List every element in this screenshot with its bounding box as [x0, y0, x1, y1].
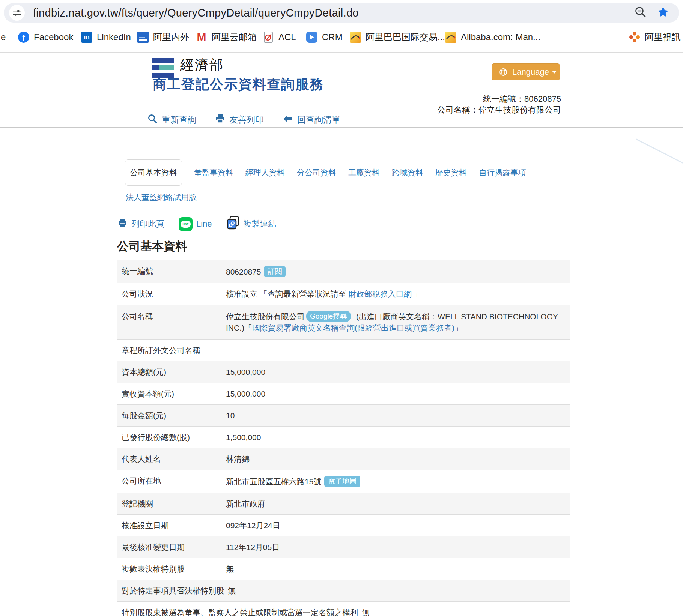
tab-factories[interactable]: 工廠資料 [348, 167, 380, 178]
row-label: 對於特定事項具否決權特別股 [122, 586, 228, 596]
row-label: 公司狀況 [122, 289, 226, 299]
detail-tabs: 公司基本資料 董監事資料 經理人資料 分公司資料 工廠資料 跨域資料 歷史資料 … [125, 159, 526, 186]
bookmark-ali-video[interactable]: 阿里視訊 [629, 25, 681, 50]
subscribe-badge[interactable]: 訂閱 [264, 266, 286, 277]
bookmark-label: Alibaba.com: Man... [461, 32, 540, 42]
requery-link[interactable]: 重新查詢 [147, 114, 196, 126]
linkedin-icon: in [81, 32, 92, 43]
bookmark-ali-neiwai[interactable]: 阿里内外 [137, 25, 189, 50]
table-row: 公司名稱 偉立生技股份有限公司Google搜尋 (出進口廠商英文名稱：WELL … [117, 305, 570, 340]
tax-portal-link[interactable]: 財政部稅務入口網 [349, 290, 412, 298]
share-row: 列印此頁 LINE Line 複製連結 [117, 216, 277, 232]
bookmark-crm[interactable]: CRM [306, 25, 343, 50]
tab-legal-person-network[interactable]: 法人董監網絡試用版 [126, 193, 197, 201]
row-label: 特別股股東被選為董事、監察人之禁止或限制或當選一定名額之權利 [122, 607, 362, 616]
uniform-number-line: 統一編號：80620875 [437, 93, 561, 104]
bookmark-alibaba-intl-trade[interactable]: 阿里巴巴国际交易... [350, 25, 445, 50]
row-value: 無 [362, 607, 570, 616]
row-value: 112年12月05日 [226, 542, 570, 552]
row-label: 章程所訂外文公司名稱 [122, 345, 226, 355]
row-value [226, 345, 570, 355]
copy-link-icon [226, 216, 240, 232]
row-label: 統一編號 [122, 266, 226, 277]
url-bar[interactable]: findbiz.nat.gov.tw/fts/query/QueryCmpyDe… [4, 3, 679, 23]
bookmark-label: CRM [322, 32, 343, 42]
company-summary: 統一編號：80620875 公司名稱：偉立生技股份有限公司 [437, 93, 561, 115]
row-label: 登記機關 [122, 499, 226, 509]
tab-company-basic[interactable]: 公司基本資料 [125, 159, 182, 186]
row-label: 資本總額(元) [122, 367, 226, 377]
ministry-name: 經濟部 [180, 56, 224, 74]
table-row: 公司狀況 核准設立 「查詢最新營業狀況請至 財政部稅務入口網 」 [117, 283, 570, 305]
row-value: 80620875訂閱 [226, 266, 570, 277]
bookmark-facebook[interactable]: f Facebook [18, 25, 73, 50]
header-action-links: 重新查詢 友善列印 回查詢清單 [147, 114, 340, 126]
table-row: 特別股股東被選為董事、監察人之禁止或限制或當選一定名額之權利 無 [117, 602, 570, 616]
bookmark-label: 阿里巴巴国际交易... [366, 31, 445, 43]
row-value: 核准設立 「查詢最新營業狀況請至 財政部稅務入口網 」 [226, 289, 570, 299]
bookmark-acl[interactable]: ACL [263, 25, 296, 50]
site-info-icon[interactable] [9, 5, 25, 21]
bookmark-star-icon[interactable] [657, 6, 669, 20]
company-name-line: 公司名稱：偉立生技股份有限公司 [437, 104, 561, 115]
facebook-icon: f [18, 32, 29, 43]
row-label: 最後核准變更日期 [122, 542, 226, 552]
table-row: 章程所訂外文公司名稱 [117, 340, 570, 361]
tabs-divider [117, 209, 570, 209]
site-header: 經濟部 商工登記公示資料查詢服務 Language 統一編號：80620875 … [0, 53, 683, 128]
e-map-badge[interactable]: 電子地圖 [324, 476, 360, 487]
bookmark-label: ACL [278, 32, 296, 42]
tab-directors[interactable]: 董監事資料 [194, 167, 233, 178]
alibaba-international-icon [137, 32, 149, 43]
site-title: 商工登記公示資料查詢服務 [153, 75, 324, 94]
bookmark-label: e [1, 32, 6, 42]
zoom-out-icon[interactable] [634, 6, 647, 20]
printer-icon [117, 218, 128, 230]
bookmarks-bar: e f Facebook in LinkedIn 阿里内外 M 阿里云邮箱 [0, 25, 683, 50]
tab-cross-domain[interactable]: 跨域資料 [392, 167, 423, 178]
tab-managers[interactable]: 經理人資料 [245, 167, 285, 178]
row-label: 每股金額(元) [122, 410, 226, 421]
row-value: 092年12月24日 [226, 520, 570, 530]
bookmark-alibaba-com[interactable]: Alibaba.com: Man... [445, 25, 540, 50]
arrow-left-icon [283, 114, 293, 126]
language-button[interactable]: Language [492, 63, 560, 80]
bookmark-linkedin[interactable]: in LinkedIn [81, 25, 131, 50]
bookmark-cut[interactable]: e [1, 25, 6, 50]
table-row: 每股金額(元) 10 [117, 405, 570, 427]
table-row: 最後核准變更日期 112年12月05日 [117, 536, 570, 558]
decorative-wave [636, 139, 683, 188]
back-to-results-link[interactable]: 回查詢清單 [283, 114, 340, 126]
row-label: 公司所在地 [122, 476, 226, 487]
row-label: 已發行股份總數(股) [122, 432, 226, 442]
row-value: 無 [228, 586, 570, 596]
printer-icon [215, 114, 225, 126]
bookmark-label: Facebook [34, 32, 73, 42]
bookmark-ali-mail[interactable]: M 阿里云邮箱 [196, 25, 257, 50]
tab-self-disclosure[interactable]: 自行揭露事項 [479, 167, 526, 178]
row-label: 核准設立日期 [122, 520, 226, 530]
browser-chrome: findbiz.nat.gov.tw/fts/query/QueryCmpyDe… [0, 0, 683, 53]
bookmark-label: 阿里視訊 [645, 31, 681, 43]
row-label: 複數表決權特別股 [122, 564, 226, 574]
print-page-link[interactable]: 列印此頁 [117, 218, 164, 230]
line-share-link[interactable]: LINE Line [179, 217, 212, 231]
bookmark-label: LinkedIn [97, 32, 131, 42]
tab-history[interactable]: 歷史資料 [435, 167, 467, 178]
line-icon: LINE [179, 217, 193, 231]
crm-shield-icon [306, 32, 317, 43]
table-row: 資本總額(元) 15,000,000 [117, 361, 570, 383]
language-dropdown-caret[interactable] [549, 64, 560, 80]
friendly-print-link[interactable]: 友善列印 [215, 114, 264, 126]
row-value: 15,000,000 [226, 389, 570, 399]
row-value: 新北市政府 [226, 499, 570, 509]
row-value: 15,000,000 [226, 367, 570, 377]
trade-admin-english-name-link[interactable]: 國際貿易署廠商英文名稱查詢(限經營出進口或買賣業務者) [252, 323, 454, 332]
copy-link[interactable]: 複製連結 [226, 216, 277, 232]
tab-branches[interactable]: 分公司資料 [297, 167, 336, 178]
google-search-badge[interactable]: Google搜尋 [306, 311, 351, 322]
language-label: Language [512, 67, 549, 77]
row-value: 林清錦 [226, 454, 570, 464]
row-value: 10 [226, 410, 570, 421]
row-value: 1,500,000 [226, 432, 570, 442]
